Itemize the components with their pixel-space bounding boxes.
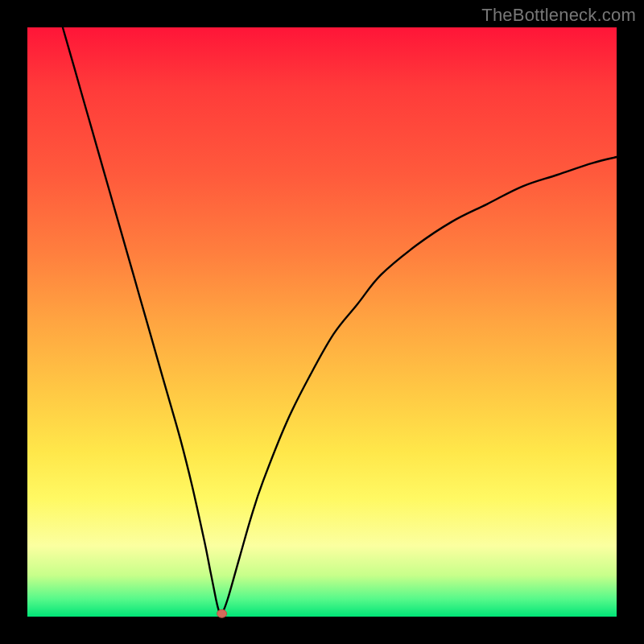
bottleneck-curve-path: [63, 27, 617, 614]
chart-frame: TheBottleneck.com: [0, 0, 644, 644]
watermark-text: TheBottleneck.com: [481, 5, 636, 26]
plot-area: [27, 27, 617, 617]
optimum-marker: [217, 609, 227, 617]
curve-svg: [27, 27, 617, 617]
